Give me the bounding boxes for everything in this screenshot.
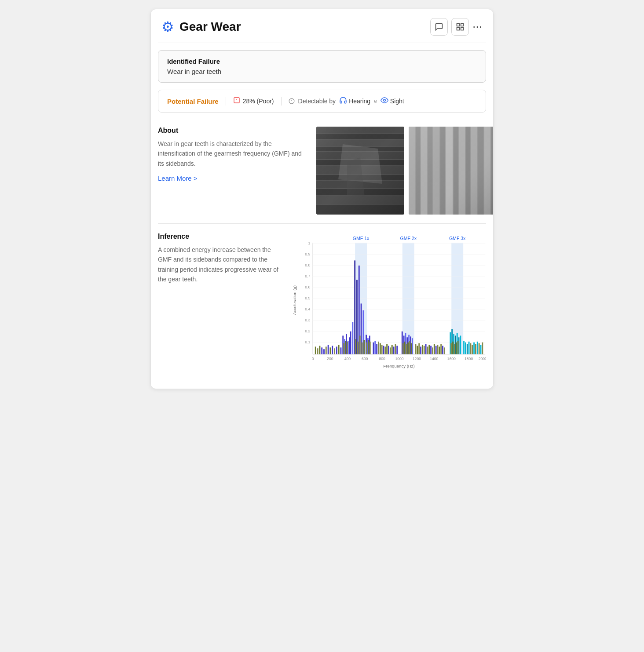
- potential-failure-label: Potential Failure: [167, 98, 219, 105]
- chat-button[interactable]: [430, 18, 448, 36]
- header: ⚙ Gear Wear ⋯: [151, 9, 493, 43]
- svg-text:1000: 1000: [395, 357, 403, 361]
- svg-text:0.1: 0.1: [305, 340, 310, 344]
- svg-rect-112: [319, 346, 320, 354]
- svg-text:0.7: 0.7: [305, 274, 310, 278]
- svg-text:0.9: 0.9: [305, 252, 310, 256]
- svg-text:0.8: 0.8: [305, 263, 310, 267]
- svg-rect-108: [368, 340, 369, 354]
- svg-rect-187: [473, 342, 475, 354]
- svg-text:0.2: 0.2: [305, 329, 310, 333]
- svg-rect-136: [395, 344, 396, 354]
- gear-image-2: [409, 127, 494, 215]
- svg-rect-119: [334, 348, 335, 354]
- svg-text:GMF 2x: GMF 2x: [400, 236, 417, 241]
- inference-description: A combined energy increase between the G…: [158, 245, 281, 284]
- header-actions: ⋯: [430, 18, 483, 36]
- svg-rect-192: [482, 342, 483, 354]
- svg-rect-183: [467, 344, 468, 354]
- header-divider: [158, 43, 486, 43]
- detectable-by-label: Detectable by: [298, 98, 336, 105]
- svg-rect-92: [357, 342, 359, 354]
- about-description: Wear in gear teeth is characterized by t…: [158, 139, 307, 168]
- svg-rect-159: [428, 345, 430, 354]
- svg-text:2000: 2000: [479, 357, 486, 361]
- svg-rect-153: [418, 343, 420, 354]
- svg-text:1200: 1200: [413, 357, 421, 361]
- svg-rect-146: [404, 342, 406, 354]
- svg-rect-181: [463, 341, 465, 354]
- svg-rect-104: [343, 343, 344, 354]
- svg-rect-0: [457, 24, 460, 26]
- svg-rect-147: [406, 344, 407, 354]
- svg-rect-126: [378, 342, 379, 354]
- header-left: ⚙ Gear Wear: [161, 20, 241, 34]
- svg-rect-2: [457, 28, 460, 30]
- svg-rect-165: [439, 346, 440, 354]
- svg-rect-163: [435, 346, 437, 354]
- svg-text:1600: 1600: [447, 357, 456, 361]
- potential-failure-bar: Potential Failure 28% (Poor) Detectable …: [158, 90, 486, 113]
- svg-text:400: 400: [344, 357, 351, 361]
- pf-score-value: 28% (Poor): [243, 98, 274, 105]
- about-text: About Wear in gear teeth is characterize…: [158, 127, 307, 182]
- svg-rect-118: [332, 346, 333, 354]
- svg-rect-91: [355, 339, 356, 354]
- svg-text:200: 200: [327, 357, 333, 361]
- svg-rect-125: [376, 344, 377, 354]
- svg-rect-130: [384, 346, 386, 354]
- svg-text:0.4: 0.4: [305, 307, 310, 311]
- svg-rect-185: [470, 343, 471, 354]
- svg-rect-178: [454, 344, 455, 354]
- svg-rect-186: [472, 345, 473, 354]
- page-title: Gear Wear: [179, 20, 241, 34]
- svg-rect-100: [349, 337, 351, 354]
- svg-rect-89: [352, 322, 353, 354]
- svg-rect-132: [388, 346, 389, 354]
- svg-rect-93: [359, 335, 361, 354]
- svg-rect-149: [409, 341, 410, 354]
- svg-rect-184: [468, 342, 470, 354]
- svg-rect-106: [347, 342, 348, 354]
- svg-rect-114: [323, 349, 325, 354]
- svg-rect-156: [424, 346, 425, 354]
- hearing-icon: [339, 96, 347, 106]
- svg-rect-164: [437, 345, 439, 354]
- svg-rect-1: [461, 24, 464, 26]
- svg-rect-158: [427, 346, 428, 354]
- svg-rect-127: [380, 343, 381, 354]
- hearing-label: Hearing: [349, 98, 370, 105]
- identified-failure-label: Identified Failure: [167, 58, 477, 65]
- learn-more-link[interactable]: Learn More >: [158, 175, 198, 182]
- svg-rect-157: [425, 344, 427, 354]
- svg-rect-116: [328, 345, 329, 354]
- svg-rect-162: [434, 344, 435, 354]
- svg-rect-128: [381, 345, 383, 354]
- svg-rect-145: [402, 343, 404, 354]
- svg-text:1: 1: [308, 241, 310, 245]
- svg-rect-42: [409, 127, 494, 215]
- svg-rect-176: [450, 343, 452, 354]
- svg-rect-113: [321, 347, 322, 354]
- sight-label: Sight: [390, 98, 404, 105]
- svg-text:GMF 1x: GMF 1x: [353, 236, 370, 241]
- svg-rect-179: [456, 342, 457, 354]
- svg-rect-122: [340, 347, 342, 354]
- pf-score: 28% (Poor): [233, 97, 274, 106]
- svg-rect-135: [393, 346, 395, 354]
- svg-rect-168: [444, 347, 445, 354]
- gear-image-1-svg: [316, 127, 404, 215]
- svg-rect-117: [329, 347, 331, 354]
- more-options-button[interactable]: ⋯: [472, 21, 483, 33]
- sense-hearing: Hearing: [339, 96, 370, 106]
- svg-rect-129: [383, 346, 384, 354]
- svg-text:GMF 3x: GMF 3x: [449, 236, 466, 241]
- svg-point-10: [384, 99, 386, 102]
- svg-rect-167: [442, 346, 443, 354]
- inference-text: Inference A combined energy increase bet…: [158, 233, 281, 284]
- svg-rect-3: [461, 28, 464, 30]
- expand-button[interactable]: [451, 18, 469, 36]
- svg-rect-155: [422, 345, 423, 354]
- about-images: [316, 127, 494, 215]
- svg-rect-148: [407, 342, 409, 354]
